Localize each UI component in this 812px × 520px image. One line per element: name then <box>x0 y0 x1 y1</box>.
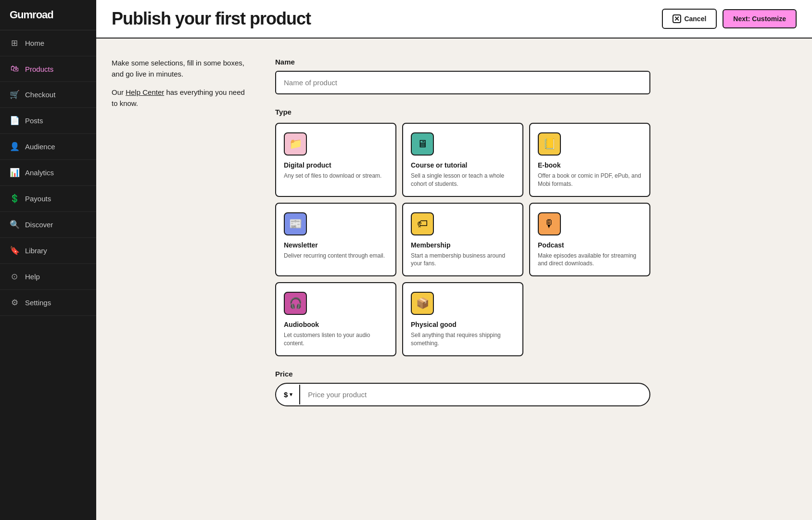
sidebar-item-analytics[interactable]: 📊 Analytics <box>0 160 96 186</box>
type-icon-membership: 🏷 <box>411 212 434 235</box>
type-icon-physical: 📦 <box>411 292 434 315</box>
type-section: Type 📁 Digital product Any set of files … <box>275 108 650 356</box>
header: Publish your first product ✕ Cancel Next… <box>96 0 812 39</box>
products-icon: 🛍 <box>10 64 19 74</box>
type-desc-podcast: Make episodes available for streaming an… <box>538 252 642 268</box>
intro-text-1: Make some selections, fill in some boxes… <box>112 58 246 79</box>
cancel-label: Cancel <box>684 15 706 23</box>
type-title-podcast: Podcast <box>538 241 642 249</box>
sidebar-label-home: Home <box>25 39 44 47</box>
sidebar-label-products: Products <box>25 65 53 73</box>
name-input[interactable] <box>275 71 650 94</box>
price-input[interactable] <box>300 384 649 405</box>
type-card-course[interactable]: 🖥 Course or tutorial Sell a single lesso… <box>402 123 523 197</box>
cancel-x-icon: ✕ <box>672 14 681 23</box>
type-card-newsletter[interactable]: 📰 Newsletter Deliver recurring content t… <box>275 203 396 277</box>
type-desc-membership: Start a membership business around your … <box>411 252 515 268</box>
type-desc-ebook: Offer a book or comic in PDF, ePub, and … <box>538 172 642 188</box>
right-panel: Name Type 📁 Digital product Any set of f… <box>275 58 650 501</box>
type-icon-ebook: 📒 <box>538 132 561 156</box>
payouts-icon: 💲 <box>10 194 19 204</box>
sidebar-item-library[interactable]: 🔖 Library <box>0 238 96 264</box>
home-icon: ⊞ <box>10 38 19 48</box>
type-title-physical: Physical good <box>411 321 515 328</box>
help-center-link[interactable]: Help Center <box>126 88 164 96</box>
sidebar-label-checkout: Checkout <box>25 91 55 99</box>
intro-text-2: Our Help Center has everything you need … <box>112 87 246 109</box>
type-desc-digital: Any set of files to download or stream. <box>284 172 388 180</box>
currency-selector[interactable]: $ ▾ <box>276 385 300 404</box>
chevron-down-icon: ▾ <box>290 391 292 398</box>
type-desc-audiobook: Let customers listen to your audio conte… <box>284 331 388 348</box>
sidebar-label-help: Help <box>25 273 40 281</box>
type-grid: 📁 Digital product Any set of files to do… <box>275 123 650 356</box>
name-label: Name <box>275 58 650 66</box>
settings-icon: ⚙ <box>10 298 19 308</box>
sidebar-label-posts: Posts <box>25 117 43 125</box>
type-card-membership[interactable]: 🏷 Membership Start a membership business… <box>402 203 523 277</box>
sidebar-item-payouts[interactable]: 💲 Payouts <box>0 186 96 212</box>
type-label: Type <box>275 108 650 116</box>
sidebar-item-products[interactable]: 🛍 Products <box>0 56 96 82</box>
checkout-icon: 🛒 <box>10 90 19 100</box>
help-icon: ⊙ <box>10 272 19 282</box>
sidebar-label-payouts: Payouts <box>25 195 51 203</box>
sidebar-item-posts[interactable]: 📄 Posts <box>0 108 96 134</box>
type-card-podcast[interactable]: 🎙 Podcast Make episodes available for st… <box>529 203 650 277</box>
currency-symbol: $ <box>284 390 288 399</box>
sidebar-label-analytics: Analytics <box>25 169 54 177</box>
type-title-newsletter: Newsletter <box>284 241 388 249</box>
type-icon-newsletter: 📰 <box>284 212 307 235</box>
sidebar-label-discover: Discover <box>25 221 53 229</box>
price-section: Price $ ▾ <box>275 370 650 406</box>
page-title: Publish your first product <box>112 9 311 29</box>
type-title-digital: Digital product <box>284 161 388 169</box>
sidebar-item-help[interactable]: ⊙ Help <box>0 264 96 290</box>
type-title-ebook: E-book <box>538 161 642 169</box>
type-title-course: Course or tutorial <box>411 161 515 169</box>
audience-icon: 👤 <box>10 142 19 152</box>
left-panel: Make some selections, fill in some boxes… <box>112 58 246 501</box>
type-icon-audiobook: 🎧 <box>284 292 307 315</box>
analytics-icon: 📊 <box>10 168 19 178</box>
library-icon: 🔖 <box>10 246 19 256</box>
type-desc-newsletter: Deliver recurring content through email. <box>284 252 388 260</box>
content-area: Make some selections, fill in some boxes… <box>96 39 812 520</box>
sidebar-label-audience: Audience <box>25 143 55 151</box>
sidebar-item-audience[interactable]: 👤 Audience <box>0 134 96 160</box>
sidebar-label-library: Library <box>25 247 47 255</box>
sidebar-nav: ⊞ Home 🛍 Products 🛒 Checkout 📄 Posts 👤 A… <box>0 30 96 520</box>
name-section: Name <box>275 58 650 108</box>
posts-icon: 📄 <box>10 116 19 126</box>
type-card-audiobook[interactable]: 🎧 Audiobook Let customers listen to your… <box>275 282 396 356</box>
type-card-digital[interactable]: 📁 Digital product Any set of files to do… <box>275 123 396 197</box>
sidebar-item-discover[interactable]: 🔍 Discover <box>0 212 96 238</box>
type-icon-podcast: 🎙 <box>538 212 561 235</box>
sidebar: Gumroad ⊞ Home 🛍 Products 🛒 Checkout 📄 P… <box>0 0 96 520</box>
price-label: Price <box>275 370 650 378</box>
intro-prefix: Our <box>112 88 126 96</box>
next-button[interactable]: Next: Customize <box>723 9 797 28</box>
sidebar-item-home[interactable]: ⊞ Home <box>0 30 96 56</box>
sidebar-label-settings: Settings <box>25 299 51 307</box>
type-desc-physical: Sell anything that requires shipping som… <box>411 331 515 348</box>
type-desc-course: Sell a single lesson or teach a whole co… <box>411 172 515 188</box>
type-title-membership: Membership <box>411 241 515 249</box>
type-icon-digital: 📁 <box>284 132 307 156</box>
logo: Gumroad <box>0 0 96 30</box>
cancel-button[interactable]: ✕ Cancel <box>662 9 717 29</box>
type-title-audiobook: Audiobook <box>284 321 388 328</box>
sidebar-item-settings[interactable]: ⚙ Settings <box>0 290 96 316</box>
sidebar-item-checkout[interactable]: 🛒 Checkout <box>0 82 96 108</box>
price-input-wrapper: $ ▾ <box>275 383 650 406</box>
type-icon-course: 🖥 <box>411 132 434 156</box>
type-card-physical[interactable]: 📦 Physical good Sell anything that requi… <box>402 282 523 356</box>
header-actions: ✕ Cancel Next: Customize <box>662 9 797 29</box>
type-card-ebook[interactable]: 📒 E-book Offer a book or comic in PDF, e… <box>529 123 650 197</box>
discover-icon: 🔍 <box>10 220 19 230</box>
main-content: Publish your first product ✕ Cancel Next… <box>96 0 812 520</box>
